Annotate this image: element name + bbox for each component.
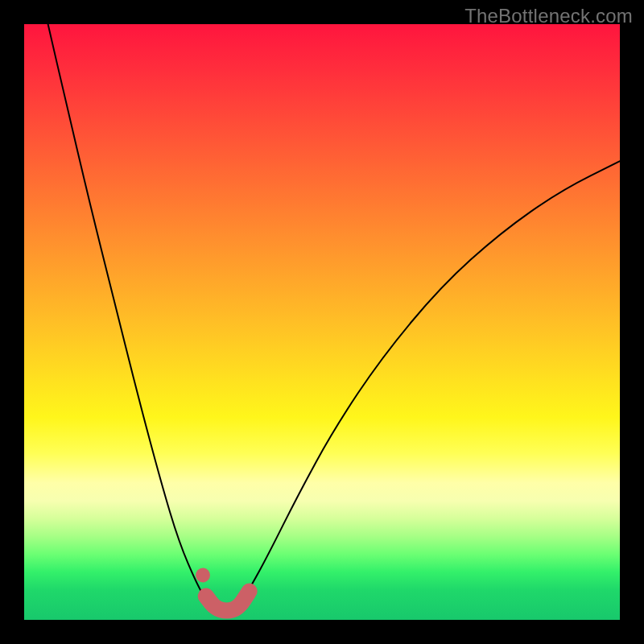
valley-highlight: [206, 592, 250, 611]
watermark-text: TheBottleneck.com: [464, 5, 633, 27]
left-branch-curve: [48, 24, 215, 609]
chart-stage: TheBottleneck.com: [0, 0, 644, 644]
right-branch-curve: [238, 161, 620, 607]
curve-layer: [24, 24, 620, 620]
valley-dot: [196, 568, 210, 583]
plot-area: [24, 24, 620, 620]
